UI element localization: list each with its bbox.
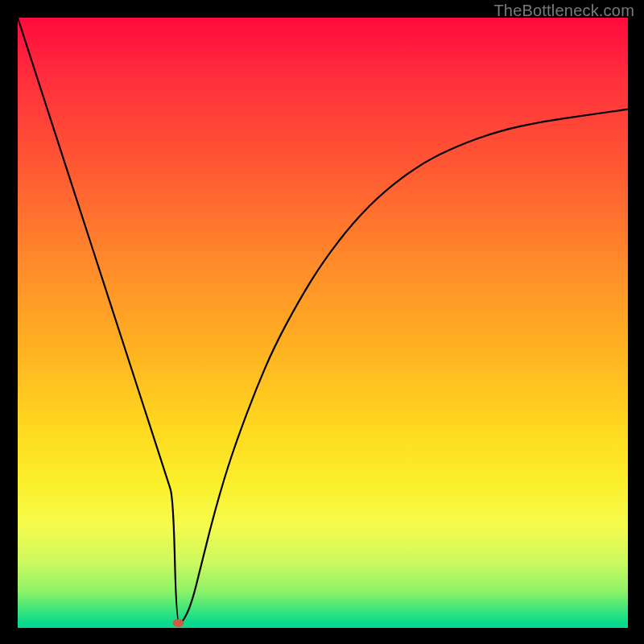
bottleneck-curve <box>18 18 628 623</box>
chart-frame: TheBottleneck.com <box>0 0 644 644</box>
curve-group <box>18 18 628 627</box>
chart-overlay <box>18 18 628 628</box>
min-point-marker <box>172 619 184 627</box>
watermark-text: TheBottleneck.com <box>493 2 634 20</box>
